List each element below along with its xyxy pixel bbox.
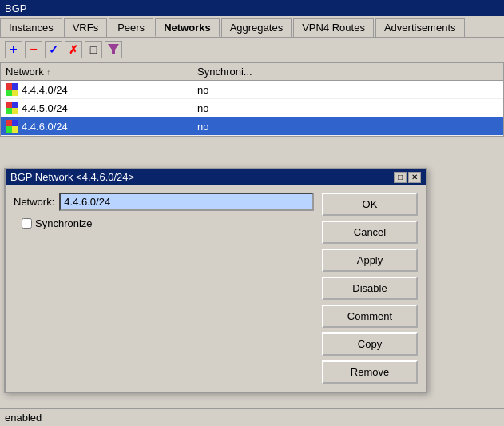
network-icon-1 [6,83,18,96]
table-header: Network ↑ Synchroni... [1,63,503,81]
modal-close-button[interactable]: ✕ [408,172,421,183]
network-input[interactable] [59,193,314,211]
modal-title: BGP Network <4.4.6.0/24> [10,171,134,183]
main-window: BGP Instances VRFs Peers Networks Aggreg… [0,0,504,137]
modal-minimize-button[interactable]: □ [394,172,407,183]
network-table: Network ↑ Synchroni... 4.4.4.0/24 no [0,62,504,137]
modal-title-buttons: □ ✕ [394,172,421,183]
comment-button[interactable]: Comment [322,305,418,328]
table-row[interactable]: 4.4.6.0/24 no [1,117,503,136]
copy-button[interactable]: Copy [322,332,418,356]
tab-aggregates[interactable]: Aggregates [221,18,292,37]
tab-networks[interactable]: Networks [155,18,220,37]
title-bar: BGP [0,0,504,16]
ok-button[interactable]: OK [322,193,418,216]
cell-network-1: 4.4.4.0/24 [1,81,192,98]
cross-button[interactable]: ✗ [65,41,82,58]
cell-sync-1: no [192,81,272,98]
modal-title-bar: BGP Network <4.4.6.0/24> □ ✕ [6,169,426,185]
status-bar: enabled [0,408,504,426]
add-button[interactable]: + [5,41,22,58]
synchronize-checkbox[interactable] [22,218,32,229]
window-title: BGP [5,2,26,14]
network-field-row: Network: [14,193,314,211]
header-network: Network ↑ [1,63,192,80]
table-row[interactable]: 4.4.5.0/24 no [1,99,503,117]
apply-button[interactable]: Apply [322,249,418,272]
disable-button[interactable]: Disable [322,277,418,300]
cancel-button[interactable]: Cancel [322,221,418,244]
modal-left-panel: Network: Synchronize [14,193,314,384]
toolbar: + − ✓ ✗ □ [0,38,504,62]
cell-network-2: 4.4.5.0/24 [1,99,192,117]
remove-button[interactable]: Remove [322,360,418,384]
filter-button[interactable] [105,41,122,58]
tab-bar: Instances VRFs Peers Networks Aggregates… [0,16,504,38]
cell-sync-2: no [192,99,272,117]
tab-instances[interactable]: Instances [0,18,62,37]
modal-content: Network: Synchronize OK Cancel Apply Dis… [6,185,426,392]
network-label: Network: [14,196,54,208]
network-icon-3 [6,120,18,133]
square-button[interactable]: □ [85,41,102,58]
tab-vpn4-routes[interactable]: VPN4 Routes [293,18,374,37]
tab-vrfs[interactable]: VRFs [64,18,108,37]
tab-advertisements[interactable]: Advertisements [375,18,465,37]
tab-peers[interactable]: Peers [109,18,153,37]
status-text: enabled [5,412,42,424]
svg-marker-0 [108,44,119,54]
synchronize-row: Synchronize [22,217,314,229]
header-sync: Synchroni... [192,63,272,80]
sort-arrow-icon: ↑ [46,68,50,77]
cell-network-3: 4.4.6.0/24 [1,117,192,135]
modal-buttons-panel: OK Cancel Apply Disable Comment Copy Rem… [322,193,418,384]
remove-button[interactable]: − [25,41,42,58]
cell-sync-3: no [192,117,272,135]
synchronize-label: Synchronize [35,217,93,229]
filter-icon [108,44,119,55]
network-icon-2 [6,102,18,114]
modal-dialog: BGP Network <4.4.6.0/24> □ ✕ Network: Sy… [4,168,427,393]
table-row[interactable]: 4.4.4.0/24 no [1,81,503,99]
check-button[interactable]: ✓ [45,41,62,58]
